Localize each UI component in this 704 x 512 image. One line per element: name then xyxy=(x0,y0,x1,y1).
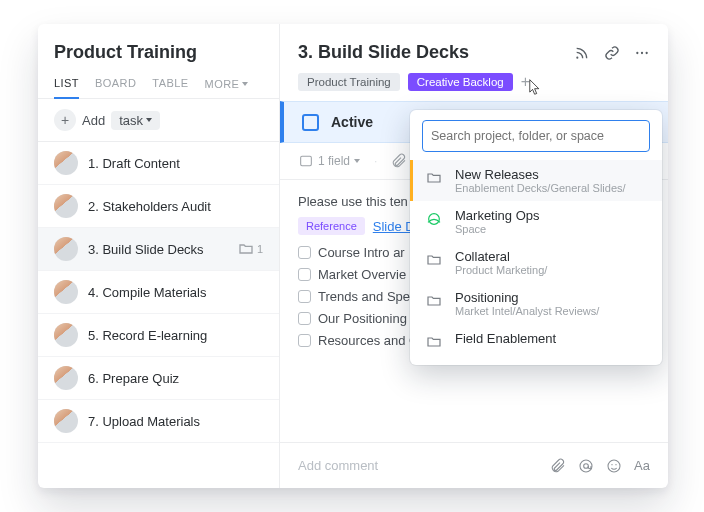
formatting-icon[interactable]: Aa xyxy=(634,458,650,474)
paperclip-icon xyxy=(391,153,407,169)
comment-input[interactable]: Add comment xyxy=(298,458,538,473)
emoji-icon[interactable] xyxy=(606,458,622,474)
tag-creative-backlog[interactable]: Creative Backlog xyxy=(408,73,513,91)
svg-point-1 xyxy=(636,51,638,53)
svg-point-3 xyxy=(646,51,648,53)
checkbox-icon[interactable] xyxy=(298,268,311,281)
search-input[interactable] xyxy=(431,129,641,143)
checkbox-icon[interactable] xyxy=(298,334,311,347)
dropdown-item[interactable]: New ReleasesEnablement Decks/General Sli… xyxy=(410,160,662,201)
chevron-down-icon xyxy=(146,118,152,122)
tab-more-label: MORE xyxy=(205,78,240,90)
status-label: Active xyxy=(331,114,373,130)
svg-point-2 xyxy=(641,51,643,53)
avatar xyxy=(54,280,78,304)
mention-icon[interactable] xyxy=(578,458,594,474)
folder-icon xyxy=(424,250,444,270)
svg-point-7 xyxy=(608,460,620,472)
task-title: 3. Build Slide Decks xyxy=(298,42,469,63)
tab-list[interactable]: LIST xyxy=(54,77,79,99)
location-picker-dropdown: New ReleasesEnablement Decks/General Sli… xyxy=(410,110,662,365)
reference-tag[interactable]: Reference xyxy=(298,217,365,235)
folder-icon xyxy=(424,291,444,311)
tag-product-training[interactable]: Product Training xyxy=(298,73,400,91)
add-tag-button[interactable]: + xyxy=(521,73,530,91)
app-window: Product Training LIST BOARD TABLE MORE +… xyxy=(38,24,668,488)
task-item[interactable]: 5. Record E-learning xyxy=(38,314,279,357)
paperclip-icon[interactable] xyxy=(550,458,566,474)
sidebar-title: Product Training xyxy=(54,42,263,63)
dropdown-item[interactable]: PositioningMarket Intel/Analyst Reviews/ xyxy=(410,283,662,324)
custom-fields-chip[interactable]: 1 field xyxy=(298,153,360,169)
dropdown-item[interactable]: CollateralProduct Marketing/ xyxy=(410,242,662,283)
avatar xyxy=(54,323,78,347)
more-icon[interactable] xyxy=(634,45,650,61)
chevron-down-icon xyxy=(242,82,248,86)
avatar xyxy=(54,409,78,433)
checkbox-icon[interactable] xyxy=(298,246,311,259)
task-item[interactable]: 4. Compile Materials xyxy=(38,271,279,314)
comment-bar: Add comment Aa xyxy=(280,442,668,488)
search-field-wrap[interactable] xyxy=(422,120,650,152)
folder-icon xyxy=(238,241,254,257)
field-icon xyxy=(298,153,314,169)
avatar xyxy=(54,151,78,175)
checkbox-icon[interactable] xyxy=(298,290,311,303)
add-task-row[interactable]: + Add task xyxy=(38,99,279,142)
rss-icon[interactable] xyxy=(574,45,590,61)
avatar xyxy=(54,237,78,261)
tab-board[interactable]: BOARD xyxy=(95,77,136,98)
avatar xyxy=(54,194,78,218)
avatar xyxy=(54,366,78,390)
space-icon xyxy=(424,209,444,229)
task-item[interactable]: 1. Draft Content xyxy=(38,142,279,185)
tag-row: Product Training Creative Backlog + xyxy=(280,73,668,101)
task-item[interactable]: 3. Build Slide Decks 1 xyxy=(38,228,279,271)
svg-point-6 xyxy=(584,463,589,468)
tab-more[interactable]: MORE xyxy=(205,77,249,98)
task-item[interactable]: 2. Stakeholders Audit xyxy=(38,185,279,228)
status-checkbox[interactable] xyxy=(302,114,319,131)
svg-point-5 xyxy=(580,460,592,472)
folder-count: 1 xyxy=(238,241,263,257)
dropdown-item[interactable]: Marketing OpsSpace xyxy=(410,201,662,242)
folder-icon xyxy=(424,332,444,352)
task-item[interactable]: 7. Upload Materials xyxy=(38,400,279,443)
task-item[interactable]: 6. Prepare Quiz xyxy=(38,357,279,400)
view-tabs: LIST BOARD TABLE MORE xyxy=(38,63,279,99)
svg-point-9 xyxy=(615,464,616,465)
svg-point-8 xyxy=(611,464,612,465)
sidebar: Product Training LIST BOARD TABLE MORE +… xyxy=(38,24,280,488)
dropdown-item[interactable]: Field Enablement xyxy=(410,324,662,359)
plus-icon: + xyxy=(54,109,76,131)
link-icon[interactable] xyxy=(604,45,620,61)
checkbox-icon[interactable] xyxy=(298,312,311,325)
cursor-icon xyxy=(529,79,543,97)
svg-point-0 xyxy=(576,56,578,58)
add-label: Add xyxy=(82,113,105,128)
chevron-down-icon xyxy=(354,159,360,163)
main-panel: 3. Build Slide Decks Product Training Cr… xyxy=(280,24,668,488)
svg-rect-4 xyxy=(301,156,312,165)
task-list: 1. Draft Content 2. Stakeholders Audit 3… xyxy=(38,142,279,488)
folder-icon xyxy=(424,168,444,188)
tab-table[interactable]: TABLE xyxy=(152,77,188,98)
reference-link[interactable]: Slide D xyxy=(373,219,415,234)
task-type-pill[interactable]: task xyxy=(111,111,160,130)
